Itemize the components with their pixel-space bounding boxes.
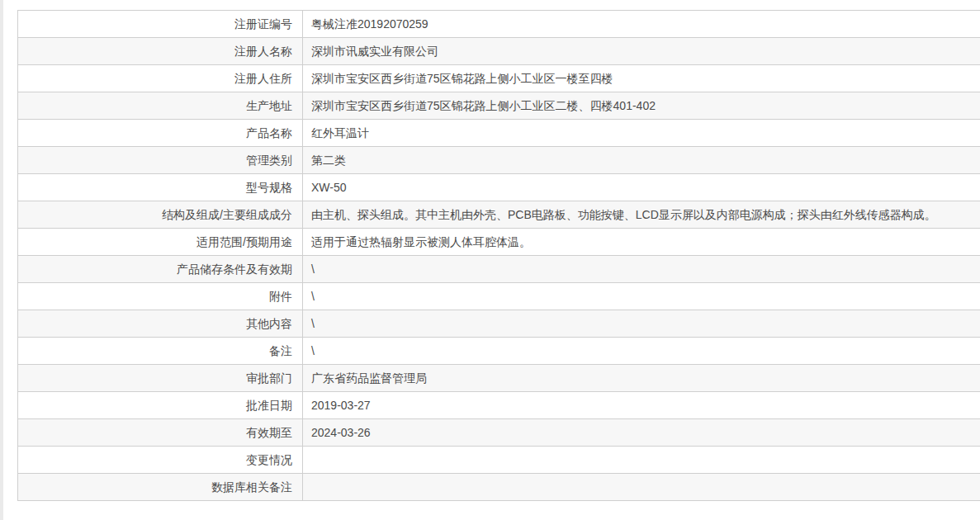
field-label: 生产地址 — [18, 92, 303, 120]
field-label: 型号规格 — [18, 174, 303, 201]
field-value: 由主机、探头组成。其中主机由外壳、PCB电路板、功能按键、LCD显示屏以及内部电… — [303, 201, 980, 229]
field-value: 适用于通过热辐射显示被测人体耳腔体温。 — [303, 229, 980, 256]
table-row-database-remarks: 数据库相关备注 — [18, 474, 980, 501]
table-row-structure-composition: 结构及组成/主要组成成分 由主机、探头组成。其中主机由外壳、PCB电路板、功能按… — [18, 201, 980, 229]
field-value: XW-50 — [303, 174, 980, 201]
field-label: 批准日期 — [18, 392, 303, 419]
field-label: 审批部门 — [18, 365, 303, 392]
table-row-product-name: 产品名称 红外耳温计 — [18, 120, 980, 147]
table-row-storage-validity: 产品储存条件及有效期 \ — [18, 256, 980, 283]
table-row-approval-date: 批准日期 2019-03-27 — [18, 392, 980, 419]
table-row-approval-department: 审批部门 广东省药品监督管理局 — [18, 365, 980, 392]
field-label: 备注 — [18, 338, 303, 365]
field-value: 深圳市讯威实业有限公司 — [303, 38, 980, 65]
table-row-other-content: 其他内容 \ — [18, 310, 980, 338]
field-value: 2019-03-27 — [303, 392, 980, 419]
table-row-model-spec: 型号规格 XW-50 — [18, 174, 980, 201]
field-value: \ — [303, 310, 980, 338]
field-value: 深圳市宝安区西乡街道75区锦花路上侧小工业区二楼、四楼401-402 — [303, 92, 980, 120]
field-label: 注册证编号 — [18, 11, 303, 38]
field-value: 红外耳温计 — [303, 120, 980, 147]
field-value: 广东省药品监督管理局 — [303, 365, 980, 392]
page-left-edge-strip — [0, 0, 3, 520]
field-label: 其他内容 — [18, 310, 303, 338]
table-row-change-status: 变更情况 — [18, 447, 980, 474]
table-row-attachments: 附件 \ — [18, 283, 980, 310]
table-row-registrant-name: 注册人名称 深圳市讯威实业有限公司 — [18, 38, 980, 65]
field-label: 数据库相关备注 — [18, 474, 303, 501]
field-label: 管理类别 — [18, 147, 303, 174]
field-value — [303, 474, 980, 501]
table-row-remarks: 备注 \ — [18, 338, 980, 365]
field-value: \ — [303, 338, 980, 365]
field-label: 产品名称 — [18, 120, 303, 147]
field-label: 附件 — [18, 283, 303, 310]
field-value: 2024-03-26 — [303, 419, 980, 447]
field-value: 第二类 — [303, 147, 980, 174]
field-label: 注册人住所 — [18, 65, 303, 92]
field-value — [303, 447, 980, 474]
field-value: \ — [303, 283, 980, 310]
field-label: 注册人名称 — [18, 38, 303, 65]
field-label: 产品储存条件及有效期 — [18, 256, 303, 283]
field-value: 粤械注准20192070259 — [303, 11, 980, 38]
table-row-registrant-address: 注册人住所 深圳市宝安区西乡街道75区锦花路上侧小工业区一楼至四楼 — [18, 65, 980, 92]
field-label: 有效期至 — [18, 419, 303, 447]
table-row-registration-number: 注册证编号 粤械注准20192070259 — [18, 11, 980, 38]
table-row-management-class: 管理类别 第二类 — [18, 147, 980, 174]
field-label: 变更情况 — [18, 447, 303, 474]
field-label: 结构及组成/主要组成成分 — [18, 201, 303, 229]
registration-info-table: 注册证编号 粤械注准20192070259 注册人名称 深圳市讯威实业有限公司 … — [17, 10, 980, 501]
field-value: 深圳市宝安区西乡街道75区锦花路上侧小工业区一楼至四楼 — [303, 65, 980, 92]
field-label: 适用范围/预期用途 — [18, 229, 303, 256]
table-row-intended-use: 适用范围/预期用途 适用于通过热辐射显示被测人体耳腔体温。 — [18, 229, 980, 256]
field-value: \ — [303, 256, 980, 283]
table-row-production-address: 生产地址 深圳市宝安区西乡街道75区锦花路上侧小工业区二楼、四楼401-402 — [18, 92, 980, 120]
table-row-valid-until: 有效期至 2024-03-26 — [18, 419, 980, 447]
